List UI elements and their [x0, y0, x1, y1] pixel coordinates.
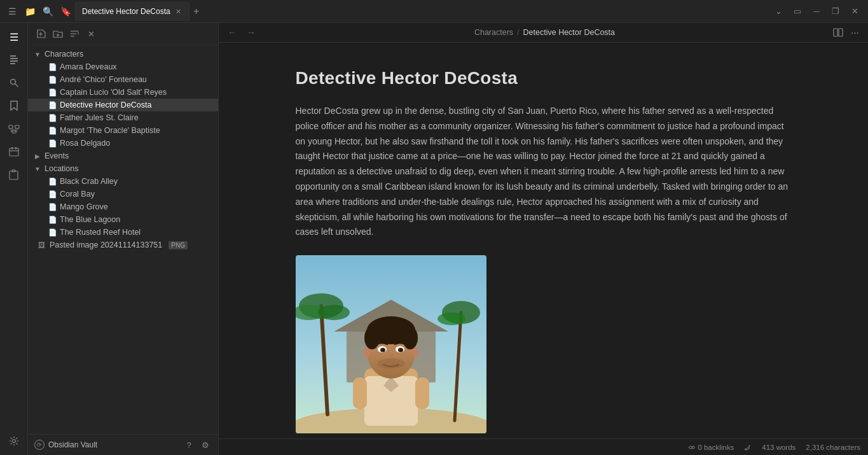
- help-button[interactable]: ?: [183, 438, 195, 451]
- search-icon[interactable]: 🔍: [41, 4, 55, 18]
- sidebar-item-label: The Rusted Reef Hotel: [60, 228, 141, 237]
- characters-header[interactable]: ▼ Characters: [28, 48, 218, 60]
- files-icon[interactable]: 📁: [23, 4, 37, 18]
- document-image: [296, 255, 486, 433]
- sidebar-close-button[interactable]: ✕: [84, 27, 98, 41]
- svg-rect-0: [10, 55, 16, 57]
- sidebar-item-label: The Blue Lagoon: [60, 215, 120, 224]
- status-bar: 0 backlinks 413 words 2,316 characters: [219, 438, 868, 455]
- sort-button[interactable]: [67, 27, 81, 41]
- back-button[interactable]: ←: [225, 25, 239, 39]
- file-icon: 📄: [48, 127, 57, 135]
- sidebar-item-black-crab[interactable]: 📄 Black Crab Alley: [28, 175, 218, 188]
- sidebar-item-captain[interactable]: 📄 Captain Lucio 'Old Salt' Reyes: [28, 86, 218, 99]
- breadcrumb-separator: /: [517, 28, 519, 37]
- file-icon: 📄: [48, 114, 57, 122]
- activity-bookmarks-icon[interactable]: [4, 95, 24, 116]
- backlinks-count: 0 backlinks: [698, 444, 734, 451]
- svg-line-5: [15, 84, 18, 87]
- close-button[interactable]: ✕: [846, 3, 863, 20]
- svg-point-19: [12, 440, 15, 443]
- sidebar-item-label: Captain Lucio 'Old Salt' Reyes: [60, 88, 167, 97]
- active-tab[interactable]: Detective Hector DeCosta ✕: [75, 2, 189, 21]
- sidebar-content: ▼ Characters 📄 Amara Deveaux 📄 André 'Ch…: [28, 45, 218, 434]
- breadcrumb-current: Detective Hector DeCosta: [523, 28, 616, 37]
- activity-canvas-icon[interactable]: [4, 118, 24, 139]
- locations-section: ▼ Locations 📄 Black Crab Alley 📄 Coral B…: [28, 162, 218, 239]
- forward-button[interactable]: →: [244, 25, 258, 39]
- events-header[interactable]: ▶ Events: [28, 150, 218, 162]
- word-count-status[interactable]: 413 words: [762, 444, 796, 451]
- sidebar-item-margot[interactable]: 📄 Margot 'The Oracle' Baptiste: [28, 124, 218, 137]
- activity-menu-icon[interactable]: ☰: [4, 27, 24, 47]
- sidebar-item-mango-grove[interactable]: 📄 Mango Grove: [28, 200, 218, 213]
- svg-point-37: [437, 312, 465, 325]
- svg-rect-27: [834, 29, 837, 36]
- svg-point-52: [400, 349, 402, 351]
- characters-chevron: ▼: [33, 50, 42, 59]
- svg-rect-3: [10, 63, 15, 64]
- new-tab-button[interactable]: +: [189, 4, 203, 18]
- breadcrumb-parent[interactable]: Characters: [474, 28, 513, 37]
- svg-rect-7: [15, 125, 19, 129]
- svg-rect-6: [9, 125, 13, 129]
- file-icon: 📄: [48, 76, 57, 84]
- new-note-button[interactable]: [34, 27, 48, 41]
- minimize-button[interactable]: ─: [808, 3, 825, 20]
- edit-icon-status: [744, 444, 752, 451]
- file-icon: 📄: [48, 101, 57, 109]
- activity-files-icon[interactable]: [4, 50, 24, 70]
- sidebar-item-label: Amara Deveaux: [60, 62, 117, 71]
- tab-label: Detective Hector DeCosta: [82, 7, 170, 16]
- file-icon: 📄: [48, 88, 57, 97]
- sidebar-item-blue-lagoon[interactable]: 📄 The Blue Lagoon: [28, 213, 218, 226]
- tab-close-icon[interactable]: ✕: [174, 7, 183, 17]
- bookmarks-icon[interactable]: 🔖: [59, 4, 72, 18]
- file-icon: 📄: [48, 190, 57, 199]
- locations-header[interactable]: ▼ Locations: [28, 162, 218, 175]
- sidebar-item-pasted-image[interactable]: 🖼 Pasted image 20241114133751 PNG: [28, 239, 218, 251]
- svg-point-45: [364, 326, 380, 349]
- sidebar-item-detective[interactable]: 📄 Detective Hector DeCosta: [28, 99, 218, 111]
- restore-button[interactable]: ❐: [827, 3, 844, 20]
- sidebar-item-father[interactable]: 📄 Father Jules St. Claire: [28, 111, 218, 124]
- svg-rect-57: [415, 377, 429, 409]
- main-layout: ☰: [0, 23, 868, 455]
- new-folder-button[interactable]: [51, 27, 65, 41]
- word-count: 413 words: [762, 444, 796, 451]
- editor-area: ← → Characters / Detective Hector DeCost…: [219, 23, 868, 455]
- locations-label: Locations: [45, 164, 79, 173]
- svg-point-54: [364, 348, 370, 357]
- collapse-button[interactable]: ⌄: [770, 3, 787, 20]
- svg-rect-28: [839, 29, 843, 36]
- backlinks-status[interactable]: 0 backlinks: [687, 444, 734, 451]
- sidebar-toggle-icon[interactable]: ☰: [5, 4, 19, 18]
- char-count-status[interactable]: 2,316 characters: [806, 444, 860, 451]
- more-options-button[interactable]: ⋯: [848, 25, 862, 39]
- sidebar-item-label: Black Crab Alley: [60, 177, 118, 186]
- sidebar-item-amara[interactable]: 📄 Amara Deveaux: [28, 60, 218, 73]
- file-icon: 📄: [48, 178, 57, 186]
- activity-search-icon[interactable]: [4, 73, 24, 93]
- locations-chevron: ▼: [33, 164, 42, 173]
- sidebar-item-coral-bay[interactable]: 📄 Coral Bay: [28, 188, 218, 200]
- activity-settings-icon[interactable]: [4, 431, 24, 451]
- tabs-area: Detective Hector DeCosta ✕ +: [75, 2, 768, 21]
- sidebar-item-andre[interactable]: 📄 André 'Chico' Fonteneau: [28, 73, 218, 86]
- svg-point-55: [412, 348, 418, 357]
- editor-content[interactable]: Detective Hector DeCosta Hector DeCosta …: [258, 43, 830, 438]
- characters-section: ▼ Characters 📄 Amara Deveaux 📄 André 'Ch…: [28, 48, 218, 150]
- reading-view-button[interactable]: [831, 25, 845, 39]
- svg-point-4: [10, 80, 15, 85]
- settings-button[interactable]: ⚙: [199, 438, 212, 451]
- activity-calendar-icon[interactable]: [4, 141, 24, 162]
- vault-name: Obsidian Vault: [48, 440, 179, 449]
- breadcrumb: Characters / Detective Hector DeCosta: [263, 28, 826, 37]
- sidebar-item-label: Pasted image 20241114133751: [50, 241, 162, 249]
- document-title: Detective Hector DeCosta: [296, 68, 792, 88]
- activity-clipboard-icon[interactable]: [4, 164, 24, 185]
- sidebar-item-rosa[interactable]: 📄 Rosa Delgado: [28, 137, 218, 150]
- svg-rect-56: [353, 377, 367, 409]
- sidebar-item-rusted-reef[interactable]: 📄 The Rusted Reef Hotel: [28, 226, 218, 239]
- split-view-button[interactable]: ▭: [789, 3, 806, 20]
